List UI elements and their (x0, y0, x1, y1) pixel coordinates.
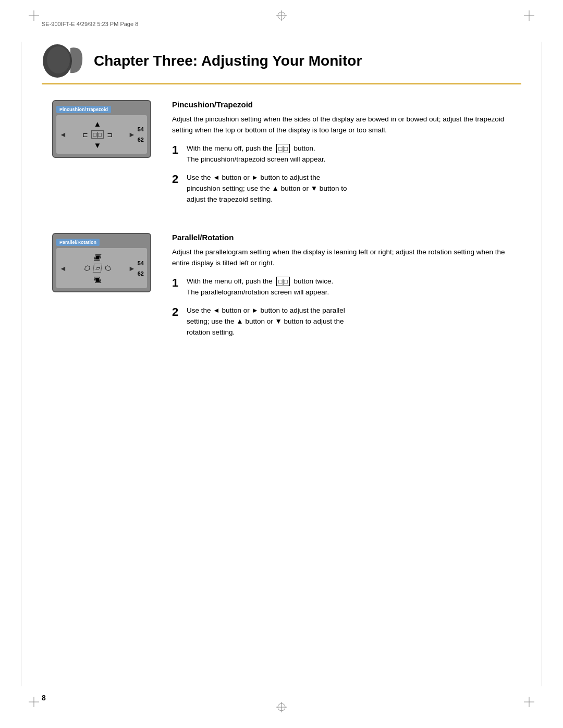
section-right-parallel: Parallel/Rotation Adjust the parallelogr… (172, 233, 521, 345)
section-heading-parallel: Parallel/Rotation (172, 233, 521, 242)
monitor-values-pincushion: 54 62 (138, 126, 144, 143)
arrow-left-parallel: ◄ (59, 264, 67, 273)
edge-line-left (21, 42, 21, 686)
chapter-icon (42, 43, 83, 79)
parallel-left-shape: ⬡ (84, 264, 91, 272)
parallel-center-shape: ▱ (93, 264, 102, 273)
monitor-box-pincushion: Pincushion/Trapezoid ◄ ▲ ⊏ □|□ ⊏ ▼ (52, 100, 151, 158)
pincushion-top-icon: ▲ (93, 119, 101, 128)
pincushion-left-shape: ⊏ (82, 131, 88, 139)
step-2-pincushion: 2 Use the ◄ button or ► button to adjust… (172, 172, 521, 205)
page-wrapper: SE-900IFT-E 4/29/92 5:23 PM Page 8 Chapt… (0, 0, 563, 728)
reg-mark-tc (276, 10, 287, 21)
section-parallel: Parallel/Rotation ◄ ▣ ⬡ ▱ ⬡ ▣ (52, 233, 521, 345)
parallel-mid-icons: ⬡ ▱ ⬡ (84, 264, 111, 273)
monitor-label-parallel: Parallel/Rotation (56, 239, 100, 246)
chapter-title: Chapter Three: Adjusting Your Monitor (94, 53, 362, 69)
edge-line-right (542, 42, 542, 686)
button-icon-2: □|□ (276, 277, 290, 286)
step-text-1-parallel: With the menu off, push the □|□ button t… (187, 276, 333, 298)
content-area: Pincushion/Trapezoid ◄ ▲ ⊏ □|□ ⊏ ▼ (42, 100, 521, 346)
section-left-parallel: Parallel/Rotation ◄ ▣ ⬡ ▱ ⬡ ▣ (52, 233, 156, 345)
step-number-2-parallel: 2 (172, 305, 180, 338)
step-number-1-pincushion: 1 (172, 143, 180, 165)
monitor-icons-pincushion: ▲ ⊏ □|□ ⊏ ▼ (67, 119, 128, 150)
svg-point-15 (47, 46, 70, 73)
arrow-left-pincushion: ◄ (59, 130, 67, 139)
step-text-2-parallel: Use the ◄ button or ► button to adjust t… (187, 305, 345, 338)
reg-mark-bc (276, 702, 287, 712)
arrow-right-parallel: ► (128, 264, 136, 273)
monitor-value2-parallel: 62 (138, 270, 144, 277)
button-icon-1: □|□ (276, 144, 290, 153)
pincushion-center-shape: □|□ (91, 130, 104, 139)
arrow-right-pincushion: ► (128, 130, 136, 139)
header-text: SE-900IFT-E 4/29/92 5:23 PM Page 8 (42, 21, 138, 27)
monitor-label-pincushion: Pincushion/Trapezoid (56, 106, 111, 113)
monitor-value1-pincushion: 54 (138, 126, 144, 132)
page-number: 8 (42, 694, 46, 702)
parallel-top-icon: ▣ (92, 252, 102, 262)
monitor-screen-pincushion: ◄ ▲ ⊏ □|□ ⊏ ▼ ► (56, 115, 147, 154)
step-1-pincushion: 1 With the menu off, push the □|□ button… (172, 143, 521, 165)
step-1-parallel: 1 With the menu off, push the □|□ button… (172, 276, 521, 298)
section-pincushion: Pincushion/Trapezoid ◄ ▲ ⊏ □|□ ⊏ ▼ (52, 100, 521, 212)
pincushion-bottom-icon: ▼ (93, 141, 101, 150)
reg-mark-br (524, 697, 534, 707)
monitor-icons-parallel: ▣ ⬡ ▱ ⬡ ▣ (67, 252, 128, 284)
step-text-2-pincushion: Use the ◄ button or ► button to adjust t… (187, 172, 347, 205)
step-number-1-parallel: 1 (172, 276, 180, 298)
section-heading-pincushion: Pincushion/Trapezoid (172, 100, 521, 109)
monitor-value2-pincushion: 62 (138, 137, 144, 143)
section-description-pincushion: Adjust the pincushion setting when the s… (172, 114, 521, 136)
step-text-1-pincushion: With the menu off, push the □|□ button. … (187, 143, 325, 165)
section-left-pincushion: Pincushion/Trapezoid ◄ ▲ ⊏ □|□ ⊏ ▼ (52, 100, 156, 212)
monitor-values-parallel: 54 62 (138, 260, 144, 277)
reg-mark-bl (29, 697, 39, 707)
reg-mark-tl (29, 10, 39, 21)
monitor-box-parallel: Parallel/Rotation ◄ ▣ ⬡ ▱ ⬡ ▣ (52, 233, 151, 292)
header-meta: SE-900IFT-E 4/29/92 5:23 PM Page 8 (42, 21, 521, 27)
section-description-parallel: Adjust the parallelogram setting when th… (172, 247, 521, 269)
monitor-screen-parallel: ◄ ▣ ⬡ ▱ ⬡ ▣ ► (56, 248, 147, 288)
pincushion-right-shape: ⊏ (107, 131, 113, 139)
section-right-pincushion: Pincushion/Trapezoid Adjust the pincushi… (172, 100, 521, 212)
parallel-right-shape: ⬡ (104, 264, 112, 272)
reg-mark-tr (524, 10, 534, 21)
parallel-bottom-icon: ▣ (92, 275, 102, 284)
monitor-value1-parallel: 54 (138, 260, 144, 266)
chapter-header: Chapter Three: Adjusting Your Monitor (42, 43, 521, 84)
step-number-2-pincushion: 2 (172, 172, 180, 205)
step-2-parallel: 2 Use the ◄ button or ► button to adjust… (172, 305, 521, 338)
pincushion-mid-icons: ⊏ □|□ ⊏ (82, 130, 113, 139)
